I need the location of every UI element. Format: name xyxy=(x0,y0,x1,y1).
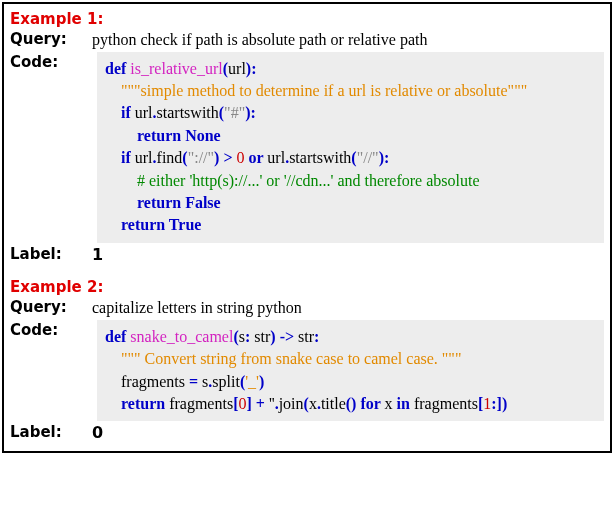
label-label: Label: xyxy=(10,244,92,264)
example-1-title: Example 1: xyxy=(10,10,604,28)
examples-figure: Example 1: Query: python check if path i… xyxy=(2,2,612,453)
label-value: 0 xyxy=(92,422,604,444)
example-2-code-row: Code: def snake_to_camel(s: str) -> str:… xyxy=(10,320,604,422)
label-value: 1 xyxy=(92,244,604,266)
example-2-query-row: Query: capitalize letters in string pyth… xyxy=(10,297,604,319)
example-2-label-row: Label: 0 xyxy=(10,422,604,444)
example-2-title: Example 2: xyxy=(10,278,604,296)
code-block-2: def snake_to_camel(s: str) -> str: """ C… xyxy=(97,320,604,422)
example-1-query-row: Query: python check if path is absolute … xyxy=(10,29,604,51)
query-text: capitalize letters in string python xyxy=(92,297,604,319)
query-label: Query: xyxy=(10,29,92,49)
example-1-label-row: Label: 1 xyxy=(10,244,604,266)
code-label: Code: xyxy=(10,320,92,340)
code-block-1: def is_relative_url(url): """simple meth… xyxy=(97,52,604,243)
query-text: python check if path is absolute path or… xyxy=(92,29,604,51)
code-label: Code: xyxy=(10,52,92,72)
label-label: Label: xyxy=(10,422,92,442)
query-label: Query: xyxy=(10,297,92,317)
example-1-code-row: Code: def is_relative_url(url): """simpl… xyxy=(10,52,604,243)
